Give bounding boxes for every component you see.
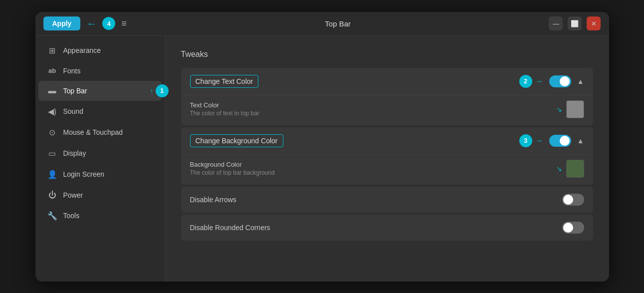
- color-swatch-bg[interactable]: [566, 160, 584, 178]
- sidebar-item-display[interactable]: ▭ Display: [38, 143, 162, 164]
- fonts-icon: ab: [47, 67, 57, 74]
- toggle-thumb-disable-arrows: [563, 195, 573, 205]
- sound-icon: ◀): [47, 107, 57, 116]
- detail-title-bg-color: Background Color: [190, 161, 275, 168]
- sidebar-label-fonts: Fonts: [63, 67, 81, 75]
- annotation-arrow-4: ←: [86, 18, 96, 29]
- annotation-arrow-3: →: [535, 136, 543, 145]
- sidebar-item-topbar[interactable]: ▬ Top Bar ↑ 1: [38, 81, 162, 101]
- main-content: Tweaks Change Text Color 2 → ▲: [165, 36, 609, 282]
- sidebar-item-power[interactable]: ⏻ Power: [38, 185, 162, 205]
- window-content: ⊞ Appearance ab Fonts ▬ Top Bar ↑ 1 ◀): [35, 36, 609, 282]
- tweak-label-bg-color: Change Background Color: [190, 134, 283, 147]
- annotation-group-3: 3 →: [519, 134, 543, 147]
- titlebar-left: Apply ← 4 ≡: [43, 16, 127, 30]
- sidebar-label-appearance: Appearance: [63, 46, 101, 54]
- color-swatch-text[interactable]: [566, 100, 584, 118]
- tweak-label-disable-rounded: Disable Rounded Corners: [190, 224, 270, 232]
- window-controls: — ⬜ ✕: [549, 16, 601, 30]
- tweak-detail-bg-color-text: Background Color The color of top bar ba…: [190, 161, 275, 176]
- sidebar-label-display: Display: [63, 149, 86, 157]
- tweak-header-text-color: Change Text Color 2 → ▲: [181, 68, 593, 95]
- appearance-icon: ⊞: [47, 46, 57, 55]
- toggle-disable-arrows[interactable]: [562, 194, 584, 206]
- login-icon: 👤: [47, 170, 57, 179]
- sidebar-item-appearance[interactable]: ⊞ Appearance: [38, 40, 162, 61]
- sidebar-item-mouse[interactable]: ⊙ Mouse & Touchpad: [38, 122, 162, 143]
- annotation-badge-4: 4: [102, 17, 115, 30]
- tweak-header-bg-color: Change Background Color 3 → ▲: [181, 127, 593, 154]
- annotation-arrow-1: ↑: [150, 87, 154, 95]
- color-swatch-group-bg: ↘: [556, 160, 584, 178]
- power-icon: ⏻: [47, 191, 57, 200]
- annotation-badge-1: 1: [156, 84, 169, 97]
- maximize-button[interactable]: ⬜: [568, 16, 582, 30]
- toggle-bg-color[interactable]: [549, 135, 571, 147]
- sidebar-item-fonts[interactable]: ab Fonts: [38, 61, 162, 80]
- hamburger-menu-icon[interactable]: ≡: [121, 18, 127, 29]
- tweak-right-bg-color: 3 → ▲: [519, 134, 584, 147]
- tweak-change-bg-color: Change Background Color 3 → ▲: [181, 127, 593, 185]
- close-button[interactable]: ✕: [587, 16, 601, 30]
- detail-sub-bg-color: The color of top bar background: [190, 169, 275, 176]
- tweak-right-text-color: 2 → ▲: [519, 75, 584, 88]
- chevron-text-color[interactable]: ▲: [577, 77, 584, 85]
- tweak-header-disable-rounded: Disable Rounded Corners: [181, 215, 593, 241]
- annotation-badge-3: 3: [519, 134, 532, 147]
- annotation-arrow-2b: ↘: [556, 105, 562, 113]
- app-window: Apply ← 4 ≡ Top Bar — ⬜ ✕ ⊞ Appearance a…: [35, 12, 609, 282]
- tweak-detail-text-color-text: Text Color The color of text in top bar: [190, 101, 259, 117]
- toggle-thumb-disable-rounded: [563, 223, 573, 233]
- toggle-thumb-bg-color: [560, 136, 570, 146]
- sidebar-label-mouse: Mouse & Touchpad: [63, 128, 123, 136]
- sidebar-label-tools: Tools: [63, 212, 80, 220]
- toggle-disable-rounded[interactable]: [562, 222, 584, 234]
- tweak-disable-rounded: Disable Rounded Corners: [181, 215, 593, 241]
- sidebar-label-power: Power: [63, 191, 83, 199]
- display-icon: ▭: [47, 149, 57, 158]
- toggle-thumb-text-color: [560, 76, 570, 86]
- color-swatch-group-text: ↘: [556, 100, 584, 118]
- apply-button[interactable]: Apply: [43, 16, 81, 30]
- tweak-header-disable-arrows: Disable Arrows: [181, 187, 593, 213]
- tweak-change-text-color: Change Text Color 2 → ▲: [181, 68, 593, 125]
- minimize-button[interactable]: —: [549, 16, 563, 30]
- detail-sub-text-color: The color of text in top bar: [190, 110, 259, 117]
- annotation-arrow-2: →: [535, 77, 543, 86]
- annotation-group-2: 2 →: [519, 75, 543, 88]
- tweak-disable-arrows: Disable Arrows: [181, 187, 593, 213]
- sidebar-label-login: Login Screen: [63, 170, 105, 178]
- annotation-badge-2: 2: [519, 75, 532, 88]
- sidebar: ⊞ Appearance ab Fonts ▬ Top Bar ↑ 1 ◀): [35, 36, 165, 282]
- window-title: Top Bar: [325, 19, 351, 28]
- mouse-icon: ⊙: [47, 128, 57, 137]
- sidebar-label-sound: Sound: [63, 107, 83, 115]
- detail-title-text-color: Text Color: [190, 101, 259, 109]
- section-title: Tweaks: [181, 50, 593, 59]
- tweak-detail-text-color: Text Color The color of text in top bar …: [181, 95, 593, 125]
- toggle-text-color[interactable]: [549, 75, 571, 87]
- chevron-bg-color[interactable]: ▲: [577, 137, 584, 145]
- topbar-icon: ▬: [47, 86, 57, 95]
- tweak-detail-bg-color: Background Color The color of top bar ba…: [181, 154, 593, 185]
- annotation-group-1: ↑ 1: [150, 84, 169, 97]
- titlebar: Apply ← 4 ≡ Top Bar — ⬜ ✕: [35, 12, 609, 36]
- sidebar-item-sound[interactable]: ◀) Sound: [38, 101, 162, 122]
- sidebar-item-tools[interactable]: 🔧 Tools: [38, 206, 162, 226]
- tweak-label-disable-arrows: Disable Arrows: [190, 196, 236, 204]
- sidebar-label-topbar: Top Bar: [63, 87, 87, 95]
- sidebar-item-login[interactable]: 👤 Login Screen: [38, 164, 162, 185]
- tools-icon: 🔧: [47, 211, 57, 221]
- tweak-label-text-color: Change Text Color: [190, 75, 259, 88]
- annotation-arrow-3b: ↘: [556, 165, 562, 173]
